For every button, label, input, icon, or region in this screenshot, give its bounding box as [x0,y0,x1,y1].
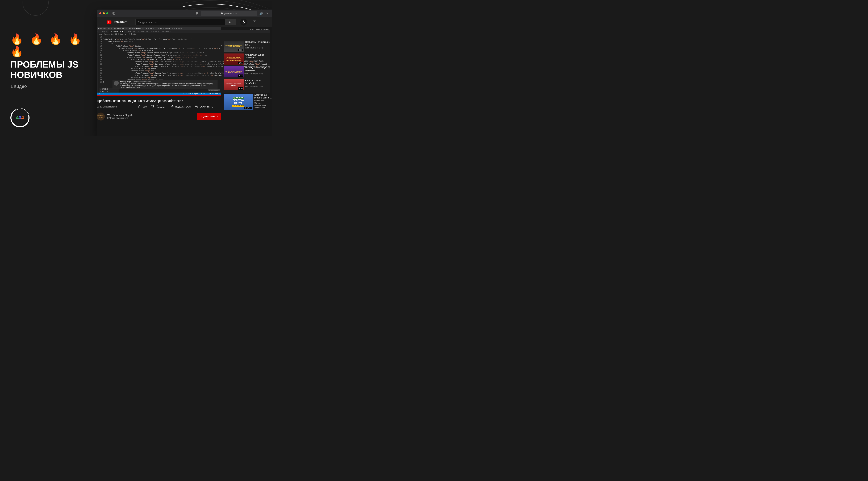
sidebar-toggle-button[interactable] [112,11,116,15]
verified-icon [130,114,133,116]
search-form [135,19,236,25]
svg-rect-2 [221,13,223,14]
vscode-window-title: ● Navibar.js - first-site-bs - Visual St… [136,28,182,29]
subscriber-count: 229 тыс. подписчиков [107,117,133,119]
svg-point-3 [229,21,231,23]
duration-badge: 7:32 [238,74,243,77]
recommendation-channel: Web Developer Blog [245,60,272,62]
editor-tab[interactable]: JS Navibar.js ● [109,30,124,33]
recommendation-thumbnail: ЧТО ДЕЛАЮТ JUNIOR JAVASCRIPT ТИПИЧНЫЕ ЗА… [224,54,244,65]
volume-icon[interactable]: 🔊 [259,11,264,15]
recommendation-title: Почему начинающие не понимают… [245,66,272,72]
youtube-body: File Edit Selection View Go Run Terminal… [97,27,272,136]
duration-badge: 3:12:21 [244,107,252,110]
youtube-header: Premium RU [97,17,272,27]
url-bar[interactable]: youtube.com [201,11,257,16]
video-player[interactable]: File Edit Selection View Go Run Terminal… [97,27,221,96]
save-button[interactable]: СОХРАНИТЬ [195,105,213,108]
vscode-explorer: EXPLORER › OPEN EDITORS 1 UNSAVED ⌄ FIRS… [97,30,98,93]
editor-tab[interactable]: JS Slider.js [136,30,150,33]
browser-toolbar: ⌄ 〈 〉 youtube.com 🔊 ⟳ [97,9,272,17]
playlist-add-icon [195,105,198,108]
svg-line-4 [231,23,232,23]
channel-row: WEB DEV. BLOG Web Developer Blog 229 тыс… [97,113,221,121]
voice-search-button[interactable] [240,19,247,26]
channel-name[interactable]: Web Developer Blog [107,114,133,117]
commenter-avatar [114,81,119,86]
recommendation-channel: Web Developer Blog [245,47,272,49]
youtube-play-icon [106,21,112,24]
share-button[interactable]: ПОДЕЛИТЬСЯ [170,105,191,108]
recommendation-meta: 156 тыс. просмотров • Трансляция… [254,102,272,108]
more-actions-button[interactable]: ⋯ [218,105,221,109]
view-count: 20 511 просмотров [97,106,117,108]
create-icon [253,20,256,24]
main-column: File Edit Selection View Go Run Terminal… [97,27,221,136]
video-title: Проблемы начинающих до Junior JavaScript… [97,99,221,103]
youtube-logo[interactable]: Premium RU [106,20,127,24]
share-icon [170,105,174,108]
create-button[interactable] [253,20,257,24]
hero-subtitle: 1 видео [10,84,89,89]
editor-tab[interactable]: JS Users.js [161,30,173,33]
video-progress-bar[interactable] [97,95,221,96]
recommendation-title: Что делают Junior JavaScript… [245,54,272,59]
vscode-statusbar: ⊘ 0 ⚠ 0 Ln 30, Col 76 Spaces: 4 UTF-8 CR… [97,93,221,95]
forward-button[interactable]: 〉 [130,11,135,15]
back-button[interactable]: 〈 [124,11,129,15]
thumbs-down-icon [151,105,154,108]
reload-button[interactable]: ⟳ [265,11,270,15]
editor-tab[interactable]: JS About.js [124,30,136,33]
recommendation-title: Проблемы начинающих до… [245,41,272,47]
recommendation-channel: Web Developer Blog [245,85,272,87]
traffic-lights [99,12,108,14]
editor-tab[interactable]: JS Home.js [149,30,161,33]
shield-icon[interactable] [194,11,199,15]
url-text: youtube.com [224,12,237,15]
close-window-button[interactable] [99,12,101,14]
svg-rect-5 [243,21,244,22]
video-watermark: DEVELOPER BLOG [208,89,220,91]
recommendation-title: Адаптивная верстка сайта с нуля для… [254,94,272,99]
duration-badge: 8:20 [238,87,243,90]
dislike-button[interactable]: НЕНРАВИТСЯ [151,104,166,109]
recommendation-item[interactable]: АДАПТИВНАЯВЕРСТКАСАЙТАДЛЯ НОВИЧКОВ 3:12:… [224,94,272,110]
premium-label: Premium [113,20,124,24]
search-input[interactable] [135,19,225,25]
safari-window: ⌄ 〈 〉 youtube.com 🔊 ⟳ Premium RU [97,9,272,136]
recommendation-title: Как стать Junior JavaScript… [245,79,272,85]
vscode-breadcrumb: src > Components > JS Navibar.js > ⓜ Nav… [98,33,270,35]
fire-emojis: 🔥 🔥 🔥 🔥 🔥 [10,33,89,58]
hero-title: ПРОБЛЕМЫ JSНОВИЧКОВ [10,59,89,80]
chevron-down-icon[interactable]: ⌄ [118,11,123,15]
recommendation-item[interactable]: ЧТО ДЕЛАЮТ JUNIOR JAVASCRIPT ТИПИЧНЫЕ ЗА… [224,54,272,65]
recommendation-item[interactable]: КАК СТАТЬ JAVASCRIPT РАЗРАБ 8:20 Как ста… [224,79,272,90]
recommendation-channel: Web Developer Blog [245,72,272,74]
now-playing-indicator [221,45,222,47]
recommendation-item[interactable]: ПОЧЕМУ НАЧИНАЮЩИЕ НЕ ПОНИМАЮТ JAVASCRIPT… [224,66,272,78]
svg-point-15 [130,114,132,116]
decorative-circle [23,0,49,16]
channel-avatar[interactable]: WEB DEV. BLOG [97,113,105,121]
search-button[interactable] [225,19,236,25]
duration-badge: 8:22 [238,49,243,51]
video-overlay-comment: Sunday Night · 1 год назад (изменено) За… [113,80,218,89]
recommendation-thumbnail: ПОЧЕМУ НАЧИНАЮЩИЕ НЕ ПОНИМАЮТ JAVASCRIPT… [224,66,244,78]
minimize-window-button[interactable] [103,12,105,14]
editor-tab[interactable]: JS App.js [98,30,109,33]
microphone-icon [243,21,245,24]
thumbs-up-icon [138,105,142,108]
recommendation-item[interactable]: ПРОБЛЕМЫ НАЧИНАЮЩИХ JUNIOR JAVASCRIPT 8:… [224,41,272,52]
svg-rect-0 [113,12,115,14]
like-button[interactable]: 898 [138,105,147,108]
subscribe-button[interactable]: ПОДПИСАТЬСЯ [197,113,221,120]
logo-404: 404 [10,108,30,127]
recommendations-sidebar: ПОКАЗАТЬ ЗАПИСЬ Микс – Web Developer Blo… [221,27,272,136]
hamburger-menu-button[interactable] [100,20,104,24]
duration-badge: 6:51 [238,62,243,64]
maximize-window-button[interactable] [106,12,108,14]
recommendation-channel: Фрилансер… [254,100,272,102]
recommendation-thumbnail: КАК СТАТЬ JAVASCRIPT РАЗРАБ 8:20 [224,79,244,90]
region-label: RU [125,20,127,22]
vscode-titlebar: File Edit Selection View Go Run Terminal… [97,27,221,30]
